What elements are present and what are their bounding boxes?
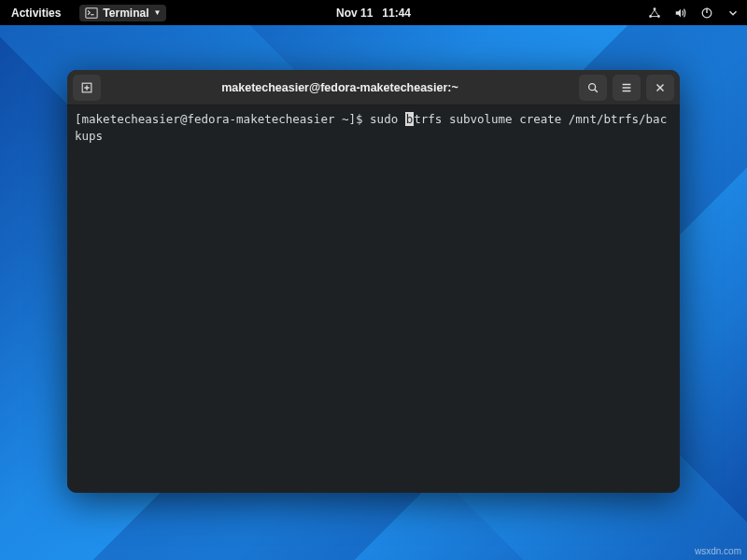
svg-rect-0 xyxy=(86,7,97,18)
network-icon[interactable] xyxy=(648,7,661,20)
time-label: 11:44 xyxy=(382,7,411,20)
command-text-before: sudo xyxy=(370,112,405,126)
search-button[interactable] xyxy=(579,75,607,101)
svg-line-11 xyxy=(595,89,598,91)
shell-prompt: [maketecheasier@fedora-maketecheasier ~]… xyxy=(75,112,370,126)
volume-icon[interactable] xyxy=(674,7,687,20)
gnome-topbar: Activities Terminal ▼ Nov 11 11:44 xyxy=(0,0,747,25)
close-button[interactable] xyxy=(646,75,674,101)
terminal-output[interactable]: [maketecheasier@fedora-maketecheasier ~]… xyxy=(67,105,680,493)
svg-point-10 xyxy=(589,83,596,90)
watermark: wsxdn.com xyxy=(695,546,741,556)
window-title: maketecheasier@fedora-maketecheasier:~ xyxy=(106,81,573,94)
terminal-app-icon xyxy=(85,7,98,20)
date-label: Nov 11 xyxy=(336,7,373,20)
chevron-down-icon[interactable] xyxy=(726,7,740,20)
menu-button[interactable] xyxy=(613,75,641,101)
power-icon[interactable] xyxy=(700,7,713,20)
terminal-window: maketecheasier@fedora-maketecheasier:~ [… xyxy=(67,70,680,493)
new-tab-button[interactable] xyxy=(73,75,101,101)
clock[interactable]: Nov 11 11:44 xyxy=(336,7,411,20)
app-menu-label: Terminal xyxy=(103,7,148,20)
cursor: b xyxy=(405,112,415,126)
activities-button[interactable]: Activities xyxy=(7,5,64,21)
app-menu[interactable]: Terminal ▼ xyxy=(79,5,166,21)
window-titlebar[interactable]: maketecheasier@fedora-maketecheasier:~ xyxy=(67,70,680,105)
chevron-down-icon: ▼ xyxy=(153,8,161,17)
